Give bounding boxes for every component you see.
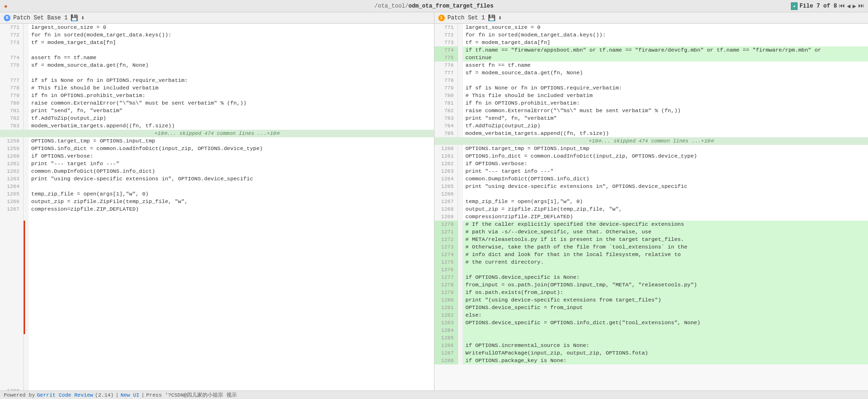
table-row	[0, 357, 434, 364]
line-content: # If the caller explicitly specified the…	[463, 221, 868, 228]
left-diff-panel[interactable]: 771 largest_source_size = 0772 for fn in…	[0, 24, 434, 390]
line-content: for fn in sorted(modem_target_data.keys(…	[463, 31, 868, 39]
line-content	[28, 349, 434, 357]
line-number: 1273	[434, 243, 458, 251]
line-gutter	[24, 107, 28, 115]
line-content: sf = modem_source_data.get(fn, None)	[28, 62, 434, 69]
right-diff-panel[interactable]: 771 largest_source_size = 0772 for fn in…	[434, 24, 868, 390]
line-gutter	[24, 46, 28, 54]
line-content: for fn in sorted(modem_target_data.keys(…	[28, 31, 434, 39]
right-patch-label: Patch Set 1	[448, 15, 485, 21]
table-row	[0, 334, 434, 342]
line-gutter	[458, 289, 463, 296]
line-gutter	[24, 137, 28, 145]
line-content: continue	[463, 54, 868, 62]
table-row: 1281 OPTIONS.device_specific = from_inpu…	[434, 304, 868, 311]
line-gutter	[458, 327, 463, 334]
line-gutter	[24, 334, 28, 342]
title-right: ✦ File 7 of 8 ⏮ ◀ ▶ ⏭	[791, 2, 864, 10]
line-content: OPTIONS.target_tmp = OPTIONS.input_tmp	[463, 145, 868, 152]
line-gutter	[458, 145, 463, 152]
line-content	[28, 364, 434, 372]
table-row: 1265 temp_zip_file = open(args[1],"w", 0…	[0, 190, 434, 198]
line-number: 1267	[434, 198, 458, 205]
line-number	[0, 274, 24, 281]
right-lines: 771 largest_source_size = 0772 for fn in…	[434, 24, 868, 364]
gerrit-link[interactable]: Gerrit Code Review	[37, 392, 93, 398]
line-gutter	[458, 115, 463, 122]
line-content	[28, 251, 434, 258]
nav-last-icon[interactable]: ⏭	[858, 2, 864, 9]
line-content: print "using device-specific extensions …	[463, 183, 868, 190]
table-row	[0, 213, 434, 221]
line-number: 779	[434, 84, 458, 92]
line-number: 778	[434, 77, 458, 84]
line-content: largest_source_size = 0	[463, 24, 868, 31]
table-row: 1267 temp_zip_file = open(args[1],"w", 0…	[434, 198, 868, 205]
line-gutter	[458, 342, 463, 349]
gerrit-version: (2.14)	[95, 392, 114, 398]
table-row: 1271 # path via -s/--device_specific, us…	[434, 228, 868, 236]
line-content: WriteFullOTAPackage(input_zip, output_zi…	[463, 349, 868, 357]
line-gutter	[458, 24, 463, 31]
nav-prev-icon[interactable]: ◀	[847, 2, 851, 10]
right-download-icon[interactable]: ⬇	[498, 14, 502, 22]
line-content	[28, 281, 434, 289]
line-content: compression=zipfile.ZIP_DEFLATED)	[28, 205, 434, 213]
line-number: 782	[434, 107, 458, 115]
line-number: 783	[434, 115, 458, 122]
nav-first-icon[interactable]: ⏮	[839, 2, 845, 9]
line-content: output_zip = zipfile.ZipFile(temp_zip_fi…	[28, 198, 434, 205]
table-row: 778	[434, 77, 868, 84]
line-gutter	[24, 205, 28, 213]
line-content	[28, 236, 434, 243]
table-row: 782 tf.AddToZip(output_zip)	[0, 115, 434, 122]
table-row	[0, 46, 434, 54]
line-content	[28, 304, 434, 311]
line-number	[0, 236, 24, 243]
line-number: 773	[434, 39, 458, 46]
nav-next-icon[interactable]: ▶	[852, 2, 856, 10]
line-gutter	[458, 304, 463, 311]
line-number	[0, 364, 24, 372]
line-number: 1285	[434, 334, 458, 342]
table-row: 1259 OPTIONS.info_dict = common.LoadInfo…	[0, 145, 434, 152]
line-number: 1275	[434, 258, 458, 266]
table-row: 1260 if OPTIONS.verbose:	[0, 152, 434, 160]
line-number: 781	[0, 107, 24, 115]
table-row: 784 tf.AddToZip(output_zip)	[434, 122, 868, 130]
table-row: 774 if tf.name == "firmware/appsboot.mbn…	[434, 46, 868, 54]
line-number	[0, 266, 24, 274]
line-gutter	[458, 266, 463, 274]
line-gutter	[458, 190, 463, 198]
line-content: # This file should be included verbatim	[463, 92, 868, 99]
file-name: odm_ota_from_target_files	[408, 3, 494, 9]
table-row	[0, 296, 434, 304]
new-ui-link[interactable]: New UI	[121, 392, 139, 398]
line-gutter	[458, 205, 463, 213]
line-gutter	[24, 380, 28, 387]
line-content	[463, 334, 868, 342]
left-red-indicator	[24, 221, 25, 334]
table-row: 1277 if OPTIONS.device_specific is None:	[434, 274, 868, 281]
line-number: 1268	[434, 205, 458, 213]
line-number: 1260	[434, 145, 458, 152]
line-number: 1283	[434, 319, 458, 327]
left-download-icon[interactable]: ⬇	[81, 14, 85, 22]
table-row: 777 sf = modem_source_data.get(fn, None)	[434, 69, 868, 77]
table-row: 1273 # Otherwise, take the path of the f…	[434, 243, 868, 251]
left-save-icon[interactable]: 💾	[70, 14, 78, 22]
line-content	[463, 327, 868, 334]
line-content: print "--- target info ---"	[463, 168, 868, 175]
table-row: 780 # This file should be included verba…	[434, 92, 868, 99]
line-gutter	[24, 54, 28, 62]
table-row: 775 sf = modem_source_data.get(fn, None)	[0, 62, 434, 69]
line-gutter	[458, 296, 463, 304]
right-save-icon[interactable]: 💾	[488, 14, 495, 22]
table-row: 781 print "send", fn, "verbatim"	[0, 107, 434, 115]
line-gutter	[458, 236, 463, 243]
right-patch-badge: 1	[438, 15, 445, 21]
press-text: Press '?CSDN@四儿家的小祖宗 视示	[146, 391, 236, 399]
table-row: 773 tf = modem_target_data[fn]	[0, 39, 434, 46]
line-number	[0, 213, 24, 221]
